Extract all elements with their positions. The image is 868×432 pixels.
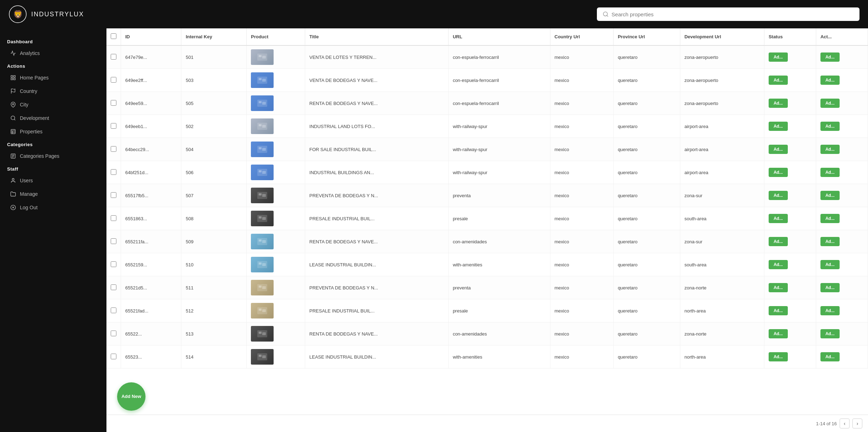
row-checkbox-cell[interactable] <box>106 276 121 299</box>
action-button-6[interactable]: Ad... <box>820 191 840 200</box>
status-button-11[interactable]: Ad... <box>769 306 788 315</box>
sidebar-item-analytics[interactable]: Analytics <box>3 47 104 60</box>
action-button-12[interactable]: Ad... <box>820 329 840 338</box>
action-button-4[interactable]: Ad... <box>820 145 840 154</box>
row-checkbox-3[interactable] <box>111 123 116 129</box>
row-product <box>247 253 305 276</box>
sidebar-item-home-pages[interactable]: Home Pages <box>3 71 104 84</box>
row-product <box>247 345 305 369</box>
row-actions: Ad... <box>816 45 868 69</box>
row-checkbox-1[interactable] <box>111 77 116 83</box>
table-container[interactable]: ID Internal Key Product Title URL Countr… <box>106 28 868 415</box>
table-row: 649ee59... 505 RENTA DE BODEGAS Y NAVE..… <box>106 92 868 115</box>
row-checkbox-cell[interactable] <box>106 45 121 69</box>
sidebar-item-label-manage: Manage <box>20 191 38 197</box>
row-checkbox-cell[interactable] <box>106 161 121 184</box>
row-title: INDUSTRIAL BUILDINGS AN... <box>305 161 448 184</box>
add-new-button[interactable]: Add New <box>117 382 145 411</box>
status-button-13[interactable]: Ad... <box>769 352 788 361</box>
row-product <box>247 45 305 69</box>
sidebar-item-development[interactable]: Development <box>3 112 104 124</box>
search-input[interactable] <box>611 11 854 17</box>
row-checkbox-cell[interactable] <box>106 184 121 207</box>
row-checkbox-0[interactable] <box>111 54 116 60</box>
row-title: PRESALE INDUSTRIAL BUIL... <box>305 299 448 322</box>
status-button-1[interactable]: Ad... <box>769 76 788 85</box>
row-checkbox-5[interactable] <box>111 169 116 175</box>
row-status: Ad... <box>764 138 816 161</box>
row-checkbox-cell[interactable] <box>106 69 121 92</box>
svg-rect-4 <box>11 76 13 77</box>
status-button-12[interactable]: Ad... <box>769 329 788 338</box>
row-development: zona-aeropuerto <box>680 45 764 69</box>
action-button-0[interactable]: Ad... <box>820 52 840 62</box>
row-country: mexico <box>550 322 613 345</box>
action-button-5[interactable]: Ad... <box>820 168 840 177</box>
action-button-10[interactable]: Ad... <box>820 283 840 292</box>
status-button-5[interactable]: Ad... <box>769 168 788 177</box>
row-checkbox-6[interactable] <box>111 192 116 198</box>
row-checkbox-9[interactable] <box>111 261 116 267</box>
sidebar-item-logout[interactable]: Log Out <box>3 201 104 214</box>
row-checkbox-cell[interactable] <box>106 299 121 322</box>
action-button-8[interactable]: Ad... <box>820 237 840 246</box>
pagination-next[interactable]: › <box>852 419 862 428</box>
row-actions: Ad... <box>816 299 868 322</box>
action-button-7[interactable]: Ad... <box>820 214 840 223</box>
table-row: 6552159... 510 LEASE INDUSTRIAL BUILDIN.… <box>106 253 868 276</box>
action-button-11[interactable]: Ad... <box>820 306 840 315</box>
row-actions: Ad... <box>816 230 868 253</box>
row-checkbox-10[interactable] <box>111 284 116 290</box>
status-button-9[interactable]: Ad... <box>769 260 788 269</box>
sidebar-item-city[interactable]: City <box>3 98 104 111</box>
row-checkbox-4[interactable] <box>111 146 116 152</box>
status-button-10[interactable]: Ad... <box>769 283 788 292</box>
row-checkbox-cell[interactable] <box>106 322 121 345</box>
action-button-2[interactable]: Ad... <box>820 99 840 108</box>
pagination-prev[interactable]: ‹ <box>840 419 850 428</box>
row-checkbox-12[interactable] <box>111 331 116 336</box>
select-all-header[interactable] <box>106 28 121 45</box>
select-all-checkbox[interactable] <box>111 33 116 39</box>
action-button-9[interactable]: Ad... <box>820 260 840 269</box>
row-checkbox-cell[interactable] <box>106 253 121 276</box>
row-country: mexico <box>550 184 613 207</box>
row-checkbox-cell[interactable] <box>106 115 121 138</box>
row-status: Ad... <box>764 253 816 276</box>
status-button-2[interactable]: Ad... <box>769 99 788 108</box>
row-url: presale <box>448 299 550 322</box>
col-url: URL <box>448 28 550 45</box>
row-checkbox-8[interactable] <box>111 238 116 244</box>
row-checkbox-cell[interactable] <box>106 230 121 253</box>
row-checkbox-cell[interactable] <box>106 207 121 230</box>
status-button-6[interactable]: Ad... <box>769 191 788 200</box>
product-image <box>251 95 274 111</box>
row-status: Ad... <box>764 322 816 345</box>
status-button-3[interactable]: Ad... <box>769 122 788 131</box>
row-checkbox-cell[interactable] <box>106 345 121 369</box>
status-button-0[interactable]: Ad... <box>769 52 788 62</box>
status-button-4[interactable]: Ad... <box>769 145 788 154</box>
row-checkbox-cell[interactable] <box>106 92 121 115</box>
sidebar-item-properties[interactable]: Properties <box>3 125 104 138</box>
row-checkbox-cell[interactable] <box>106 138 121 161</box>
row-status: Ad... <box>764 184 816 207</box>
sidebar-item-country[interactable]: Country <box>3 85 104 98</box>
row-development: north-area <box>680 345 764 369</box>
row-checkbox-11[interactable] <box>111 308 116 313</box>
sidebar-item-users[interactable]: Users <box>3 174 104 187</box>
col-country-url: Country Url <box>550 28 613 45</box>
sidebar-item-categories-pages[interactable]: Categories Pages <box>3 150 104 162</box>
action-button-13[interactable]: Ad... <box>820 352 840 361</box>
action-button-1[interactable]: Ad... <box>820 76 840 85</box>
row-checkbox-13[interactable] <box>111 354 116 359</box>
svg-rect-35 <box>262 125 266 128</box>
status-button-7[interactable]: Ad... <box>769 214 788 223</box>
sidebar-item-manage[interactable]: Manage <box>3 188 104 200</box>
row-checkbox-7[interactable] <box>111 215 116 221</box>
row-checkbox-2[interactable] <box>111 100 116 106</box>
product-image <box>251 188 274 203</box>
action-button-3[interactable]: Ad... <box>820 122 840 131</box>
status-button-8[interactable]: Ad... <box>769 237 788 246</box>
row-actions: Ad... <box>816 138 868 161</box>
